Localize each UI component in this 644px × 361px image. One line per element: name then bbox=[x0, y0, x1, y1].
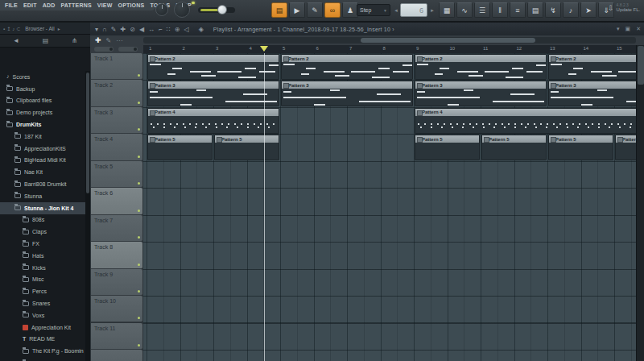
track-enable-led-icon[interactable] bbox=[138, 102, 140, 104]
track-header[interactable]: Track 3 bbox=[91, 107, 142, 134]
tree-item[interactable]: Percs bbox=[0, 285, 85, 297]
tree-item[interactable]: Snares bbox=[0, 297, 85, 309]
track-header[interactable]: Track 6 bbox=[91, 188, 142, 214]
pin-icon[interactable]: ↥ bbox=[6, 27, 10, 31]
tree-item[interactable]: Demo projects bbox=[0, 106, 85, 118]
tree-item[interactable]: 808s bbox=[0, 214, 85, 226]
pattern-prev-button[interactable]: ◄ bbox=[393, 4, 399, 16]
pattern-clip[interactable]: Pattern 3 bbox=[548, 81, 636, 106]
performance-mode-icon[interactable]: ➤ bbox=[580, 2, 597, 18]
tree-item[interactable]: Barri808 Drumkit bbox=[0, 178, 85, 190]
pattern-clip[interactable]: Pattern 3 bbox=[147, 81, 279, 106]
pattern-clip[interactable]: Pattern 5 bbox=[214, 135, 279, 160]
zoom-tool-icon[interactable]: ⊕ bbox=[175, 26, 180, 33]
wave-candy-icon[interactable]: ∿ bbox=[456, 2, 473, 18]
update-link[interactable]: Update FL. bbox=[617, 7, 641, 13]
track-header[interactable]: Track 10 bbox=[91, 296, 142, 322]
tree-item[interactable]: Hats bbox=[0, 250, 85, 262]
maximize-button[interactable]: ▣ bbox=[625, 26, 631, 32]
track-header[interactable]: Track 11 bbox=[91, 323, 142, 350]
menu-item-patterns[interactable]: PATTERNS bbox=[60, 2, 91, 8]
menu-item-file[interactable]: FILE bbox=[5, 2, 18, 8]
tree-item[interactable]: FX bbox=[0, 238, 85, 250]
track-enable-led-icon[interactable] bbox=[138, 156, 140, 158]
tree-item[interactable]: VintageSJ_Mini_SP bbox=[0, 357, 85, 361]
playlist-grid[interactable]: Pattern 2Pattern 2Pattern 2Pattern 2Patt… bbox=[143, 53, 636, 361]
mixer-icon[interactable]: ‖ bbox=[492, 2, 508, 18]
track-header[interactable]: Track 2 bbox=[91, 80, 142, 106]
timeline-ruler[interactable]: 123456789101112131415 bbox=[143, 45, 636, 53]
tree-item[interactable]: AppreciationKitS bbox=[0, 143, 85, 155]
snap-selector[interactable]: Step ▼ bbox=[357, 4, 390, 16]
playlist-titlebar[interactable]: ▾∩✎✚⊘◀↔⌐∷⊕◁ ◈ Playlist - Arrangement - 1… bbox=[90, 23, 644, 35]
track-mode-pill[interactable] bbox=[118, 47, 138, 52]
mute-tool-icon[interactable]: ◀ bbox=[139, 26, 144, 33]
menu-item-view[interactable]: VIEW bbox=[97, 2, 113, 8]
pattern-number-display[interactable]: 6 bbox=[400, 3, 427, 17]
pattern-clip[interactable]: Pattern 2 bbox=[548, 54, 636, 80]
track-header[interactable]: Track 9 bbox=[91, 269, 142, 296]
close-button[interactable]: ✕ bbox=[636, 26, 641, 32]
draw-icon[interactable]: ✎ bbox=[106, 37, 112, 44]
more-icon[interactable]: ⋯ bbox=[116, 37, 122, 44]
track-enable-led-icon[interactable] bbox=[138, 263, 140, 266]
piano-roll-icon[interactable]: ▤ bbox=[527, 2, 543, 18]
track-enable-led-icon[interactable] bbox=[138, 236, 140, 239]
pattern-picker-pill[interactable] bbox=[94, 47, 114, 52]
tree-item[interactable]: Stunna bbox=[0, 190, 85, 202]
pattern-clip[interactable]: Pattern 2 bbox=[147, 54, 279, 80]
pattern-clip[interactable]: Pattern 5 bbox=[615, 135, 636, 160]
track-enable-led-icon[interactable] bbox=[138, 210, 140, 212]
track-enable-led-icon[interactable] bbox=[138, 182, 140, 185]
pattern-next-button[interactable]: ► bbox=[429, 4, 436, 16]
track-enable-led-icon[interactable] bbox=[138, 290, 140, 293]
tree-item[interactable]: Appreciation Kit bbox=[0, 322, 85, 334]
playhead-marker[interactable] bbox=[260, 46, 268, 52]
tree-item[interactable]: Claps bbox=[0, 226, 85, 238]
horizontal-scrollbar[interactable] bbox=[143, 37, 636, 44]
tree-item[interactable]: Clipboard files bbox=[0, 95, 85, 107]
magnet-icon[interactable]: ∩ bbox=[102, 26, 107, 33]
tree-item[interactable]: Misc bbox=[0, 274, 85, 286]
channel-rack-icon[interactable]: ☰ bbox=[474, 2, 490, 18]
pattern-clip[interactable]: Pattern 2 bbox=[281, 54, 413, 80]
track-enable-led-icon[interactable] bbox=[138, 344, 140, 346]
pattern-clip[interactable]: Pattern 4 bbox=[147, 108, 279, 134]
playback-tool-icon[interactable]: ◁ bbox=[184, 26, 189, 33]
pattern-clip[interactable]: Pattern 3 bbox=[281, 81, 413, 106]
tree-item[interactable]: DrumKits bbox=[0, 118, 85, 131]
tree-item[interactable]: 187 Kit bbox=[0, 131, 85, 143]
plugin-picker-icon[interactable]: ↯ bbox=[545, 2, 561, 18]
step-edit-button[interactable]: ♟ bbox=[342, 2, 358, 18]
select-tool-icon[interactable]: ∷ bbox=[167, 26, 171, 33]
master-tempo-knob[interactable] bbox=[174, 2, 190, 18]
pattern-clip[interactable]: Pattern 5 bbox=[415, 135, 480, 160]
track-header[interactable]: Track 7 bbox=[91, 215, 142, 242]
update-area[interactable]: ⇩ 4.8.2.3 Update FL. bbox=[608, 2, 640, 13]
collapse-icon[interactable]: ▪ bbox=[3, 27, 5, 31]
tree-item[interactable]: Voxs bbox=[0, 309, 85, 322]
tree-item[interactable]: Stunna - Jion Kit 4 bbox=[0, 202, 85, 214]
track-header[interactable]: Track 5 bbox=[91, 161, 142, 188]
paint-tool-icon[interactable]: ✚ bbox=[120, 26, 126, 33]
record-button[interactable]: ✎ bbox=[307, 2, 323, 18]
pattern-clip[interactable]: Pattern 5 bbox=[481, 135, 547, 160]
track-enable-led-icon[interactable] bbox=[138, 128, 140, 131]
tree-item[interactable]: ♪Scores bbox=[0, 71, 85, 83]
pattern-clip[interactable]: Pattern 4 bbox=[415, 108, 636, 134]
back-arrow-icon[interactable]: ◄ bbox=[13, 37, 19, 44]
tree-item[interactable]: TREAD ME bbox=[0, 334, 85, 346]
play-button[interactable]: ▶ bbox=[289, 2, 305, 18]
add-pattern-icon[interactable]: ✚ bbox=[95, 36, 101, 44]
hscroll-handle[interactable] bbox=[361, 38, 535, 43]
pattern-clip[interactable]: Pattern 3 bbox=[415, 81, 547, 106]
browser-title[interactable]: Browser - All bbox=[25, 26, 54, 31]
pattern-clip[interactable]: Pattern 5 bbox=[147, 135, 213, 160]
snippet-icon[interactable]: ♪ bbox=[12, 27, 14, 31]
refresh-icon[interactable]: ⊂ bbox=[16, 27, 20, 31]
menu-item-options[interactable]: OPTIONS bbox=[118, 2, 144, 8]
track-header[interactable]: Track 4 bbox=[91, 134, 142, 160]
tree-item[interactable]: Backup bbox=[0, 83, 85, 95]
vscroll-handle[interactable] bbox=[638, 46, 644, 85]
menu-item-add[interactable]: ADD bbox=[43, 2, 56, 8]
